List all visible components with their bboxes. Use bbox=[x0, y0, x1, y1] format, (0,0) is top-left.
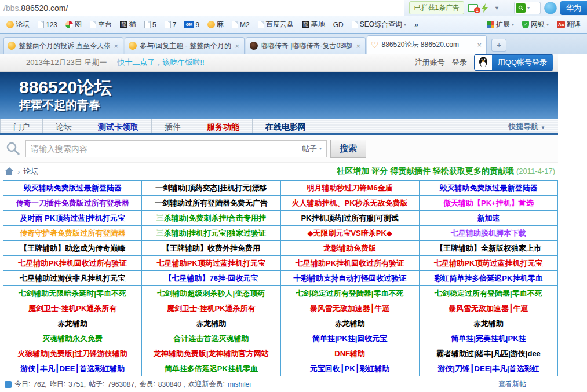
browser-tab[interactable]: 整整两个月的投诉 直至今天依× bbox=[3, 37, 123, 54]
bookmark-item[interactable]: GD bbox=[329, 19, 348, 31]
register-link[interactable]: 注册账号 bbox=[415, 57, 445, 68]
forum-link[interactable]: 魔剑卫士-挂机PK通杀所有 bbox=[28, 304, 116, 313]
forum-link[interactable]: 传奇一刀插件免费版过所有登录器 bbox=[16, 199, 129, 207]
forum-link[interactable]: 明月辅助秒过刀锋M6金盾 bbox=[307, 184, 393, 192]
browser-tab[interactable]: 参与/回复主题 - 整整两个月的× bbox=[125, 37, 245, 54]
forum-link[interactable]: 毁灭辅助免费版过最新登陆器 bbox=[24, 184, 122, 192]
search-input[interactable] bbox=[26, 144, 297, 153]
forum-link[interactable]: 七星辅助PK顶药过蓝挂机打元宝 bbox=[434, 259, 542, 268]
search-button[interactable]: 搜索 bbox=[330, 140, 366, 158]
adblock-icon[interactable]: 1 bbox=[468, 4, 478, 12]
forum-link[interactable]: 赤龙辅助 bbox=[335, 319, 365, 328]
forum-link[interactable]: ◆无限刷元宝VS暗杀PK◆ bbox=[307, 229, 392, 237]
forum-link[interactable]: 彩虹简单挂多倍延迟PK挂机零血 bbox=[434, 274, 542, 283]
forum-link[interactable]: 七星辅助PK挂机回收过所有验证 bbox=[19, 259, 127, 268]
whale-icon[interactable] bbox=[544, 2, 557, 14]
forum-link[interactable]: 七星辅助脱机脚本下载 bbox=[451, 229, 526, 237]
forum-link[interactable]: 毁灭辅助免费版过最新登陆器 bbox=[439, 184, 537, 192]
forum-link[interactable]: 魔剑卫士-挂机PK通杀所有 bbox=[167, 304, 255, 313]
bookmark-item[interactable]: 百度云盘 bbox=[254, 18, 298, 31]
nav-item[interactable]: 测试卡领取 bbox=[85, 119, 152, 133]
forum-link[interactable]: 三杀辅助|免费刺杀挂/合击专用挂 bbox=[156, 214, 266, 222]
huawei-button[interactable]: 华为 bbox=[560, 1, 587, 15]
home-icon[interactable] bbox=[5, 167, 14, 176]
forum-link[interactable]: 合计连击首选灭魂辅助 bbox=[173, 334, 249, 343]
quick-nav-button[interactable]: 快捷导航 ▼ bbox=[508, 119, 558, 133]
qq-login-group[interactable]: 用QQ帐号登录 bbox=[474, 54, 553, 71]
forum-link[interactable]: 赤龙辅助 bbox=[473, 319, 504, 328]
browser-tab[interactable]: 嘟嘟传奇 |嘟嘟传奇-复古03嘟嘟× bbox=[246, 37, 366, 54]
browser-tab[interactable]: ♡886520论坛 886520.com× bbox=[367, 35, 487, 54]
bookmark-item[interactable]: 论坛 bbox=[2, 18, 34, 31]
chevron-down-icon[interactable]: ▼ bbox=[492, 5, 502, 11]
breadcrumb-forum-link[interactable]: 论坛 bbox=[23, 166, 38, 177]
view-new-posts-link[interactable]: 查看新帖 bbox=[498, 379, 526, 389]
forum-link[interactable]: 三杀辅助|挂机打元宝|独家过验证 bbox=[156, 229, 266, 237]
bookmark-item[interactable]: » bbox=[410, 19, 422, 31]
tab-close-icon[interactable]: × bbox=[476, 41, 483, 49]
bookmark-item[interactable]: M2 bbox=[228, 19, 254, 31]
forum-link[interactable]: DNF辅助 bbox=[334, 349, 365, 358]
forum-link[interactable]: 七星辅助PK顶药过蓝挂机打元宝 bbox=[157, 259, 265, 268]
quick-search-box[interactable]: ▾ bbox=[514, 2, 541, 14]
forum-link[interactable]: 【王牌辅助】全新版权独家上市 bbox=[436, 244, 541, 252]
nav-item[interactable]: 门户 bbox=[0, 119, 43, 133]
forum-link[interactable]: 七剑辅助超级刺杀秒人|变态顶药 bbox=[158, 289, 265, 298]
bookmark-item[interactable]: Aa翻译 bbox=[553, 18, 585, 31]
forum-link[interactable]: 元宝回收┃PK┃彩虹辅助 bbox=[310, 364, 390, 373]
forum-link[interactable]: 一剑辅助过所有登陆器免费无广告 bbox=[155, 199, 268, 207]
forum-link[interactable]: 火狼辅助|免费版|过刀锋游侠辅助 bbox=[17, 349, 127, 358]
tab-close-icon[interactable]: × bbox=[234, 42, 240, 50]
nav-item[interactable]: 在线电影网 bbox=[253, 119, 319, 133]
forum-link[interactable]: 暴风雪无敌加速器┃牛逼 bbox=[310, 304, 390, 313]
bookmark-item[interactable]: 麻 bbox=[203, 18, 228, 31]
bookmark-item[interactable]: 7 bbox=[161, 19, 181, 31]
forum-link[interactable]: 七星辅助PK挂机回收过所有验证 bbox=[296, 259, 404, 268]
forum-link[interactable]: 【王牌辅助】助您成为传奇巅峰 bbox=[20, 244, 125, 252]
forum-link[interactable]: 七星辅助过游侠非凡挂机打元宝 bbox=[20, 274, 125, 283]
search-scope-dropdown[interactable]: 帖子▾ bbox=[297, 144, 326, 154]
lightning-icon[interactable] bbox=[482, 3, 488, 13]
forum-link[interactable]: 龙神辅助免费版|龙神辅助官方网站 bbox=[154, 349, 269, 358]
tab-close-icon[interactable]: × bbox=[112, 42, 119, 50]
bookmark-item[interactable]: SEO综合查询▾ bbox=[348, 18, 410, 31]
forum-link[interactable]: 火人辅助挂机、PK秒杀无敌免费版 bbox=[292, 199, 408, 207]
forum-link[interactable]: 新加速 bbox=[477, 214, 500, 222]
community-notice[interactable]: 社区增加 评分 得贡献插件 轻松获取更多的贡献哦(2011-4-17) bbox=[337, 166, 555, 177]
bookmark-item[interactable]: 空台 bbox=[86, 18, 116, 31]
forum-link[interactable]: 简单挂|PK挂|回收元宝 bbox=[312, 334, 387, 343]
forum-link[interactable]: 暴风雪无敌加速器┃牛逼 bbox=[449, 304, 528, 313]
bookmark-item[interactable]: 扩展▾ bbox=[483, 18, 518, 31]
forum-link[interactable]: 简单挂多倍延迟PK挂机零血 bbox=[165, 364, 258, 373]
bookmark-item[interactable]: 5 bbox=[140, 19, 161, 31]
forum-link[interactable]: 傲天辅助【PK+挂机】首选 bbox=[443, 199, 534, 207]
forum-link[interactable]: PK挂机顶药|过所有服|可测试 bbox=[301, 214, 398, 222]
nav-item[interactable]: 插件 bbox=[152, 119, 194, 133]
forum-link[interactable]: 及时雨 PK顶药过蓝|挂机打元宝 bbox=[20, 214, 125, 222]
forum-link[interactable]: 七剑稳定过所有登陆器|零血不死 bbox=[296, 289, 404, 298]
forum-link[interactable]: 【七星辅助】76挂-回收元宝 bbox=[164, 274, 258, 283]
forum-link[interactable]: 霸者辅助过|猪丰|凡匹|游侠|dee bbox=[436, 349, 541, 358]
login-link[interactable]: 登录 bbox=[452, 57, 467, 68]
bookmark-item[interactable]: 图 bbox=[61, 18, 86, 31]
forum-link[interactable]: 十彩辅助支持自动打怪回收过验证 bbox=[293, 274, 406, 283]
forum-link[interactable]: 简单挂|完美挂机|PK挂 bbox=[451, 334, 526, 343]
forum-link[interactable]: 赤龙辅助 bbox=[57, 319, 87, 328]
bookmark-item[interactable]: 123 bbox=[34, 19, 61, 31]
new-tab-button[interactable]: + bbox=[491, 39, 506, 52]
forum-link[interactable]: 赤龙辅助 bbox=[196, 319, 226, 328]
forum-link[interactable]: 一剑辅助|顶药变态|挂机打元|漂移 bbox=[155, 184, 267, 192]
forum-link[interactable]: 七剑辅助无限暗杀延时|零血不死 bbox=[19, 289, 126, 298]
forum-link[interactable]: 游侠┃丰凡┃DEE┃首选彩虹辅助 bbox=[20, 364, 125, 373]
forum-link[interactable]: 传奇守护者免费版过所有登陆器 bbox=[20, 229, 125, 237]
qq-login-button[interactable]: 用QQ帐号登录 bbox=[492, 55, 553, 70]
adblock-status[interactable]: 已拦截1条广告 bbox=[409, 1, 464, 14]
bookmark-item[interactable]: 龍基地 bbox=[298, 18, 329, 31]
forum-link[interactable]: 七剑稳定过所有登陆器|零血不死 bbox=[435, 289, 542, 298]
nav-item[interactable]: 论坛 bbox=[43, 119, 85, 133]
forum-link[interactable]: 灭魂辅助永久免费 bbox=[42, 334, 103, 343]
forum-link[interactable]: 游侠|刀锋┃DEE|丰凡|首选彩虹 bbox=[437, 364, 539, 373]
bookmark-item[interactable]: ✓网银▾ bbox=[518, 18, 553, 31]
address-bar[interactable]: /bbs.886520.com/ bbox=[0, 0, 404, 16]
bookmark-item[interactable]: 龍猫 bbox=[116, 18, 140, 31]
